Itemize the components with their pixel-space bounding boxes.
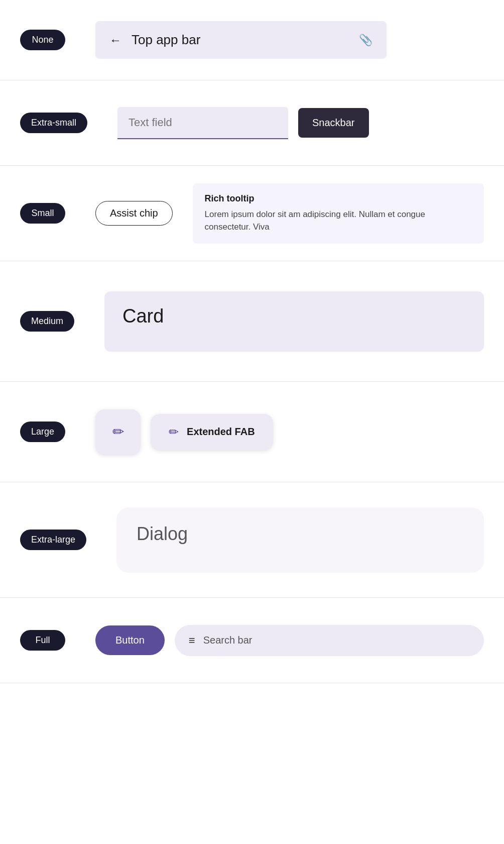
row-medium: Medium Card	[0, 261, 504, 382]
badge-extra-small: Extra-small	[20, 113, 87, 133]
row-large: Large ✏ ✏ Extended FAB	[0, 382, 504, 482]
text-field-input[interactable]	[117, 107, 288, 139]
content-small: Assist chip Rich tooltip Lorem ipsum dol…	[95, 183, 484, 244]
top-app-bar-title: Top app bar	[132, 32, 349, 48]
row-extra-large: Extra-large Dialog	[0, 482, 504, 598]
back-icon[interactable]: ←	[109, 33, 121, 47]
badge-none: None	[20, 30, 65, 50]
dialog[interactable]: Dialog	[116, 507, 484, 573]
fab-pencil-icon: ✏	[112, 424, 124, 440]
top-app-bar: ← Top app bar 📎	[95, 21, 387, 59]
row-full: Full Button ≡ Search bar	[0, 598, 504, 683]
rich-tooltip: Rich tooltip Lorem ipsum dolor sit am ad…	[193, 183, 484, 244]
row-small: Small Assist chip Rich tooltip Lorem ips…	[0, 166, 504, 261]
content-extra-small: Snackbar	[117, 107, 484, 139]
search-bar[interactable]: ≡ Search bar	[175, 625, 484, 656]
badge-large: Large	[20, 421, 65, 442]
card[interactable]: Card	[104, 291, 484, 352]
content-full: Button ≡ Search bar	[95, 625, 484, 656]
content-none: ← Top app bar 📎	[95, 21, 484, 59]
row-extra-small: Extra-small Snackbar	[0, 80, 504, 166]
badge-full: Full	[20, 630, 65, 651]
dialog-title: Dialog	[137, 523, 188, 544]
content-large: ✏ ✏ Extended FAB	[95, 409, 484, 455]
assist-chip-button[interactable]: Assist chip	[95, 201, 173, 226]
rich-tooltip-body: Lorem ipsum dolor sit am adipiscing elit…	[205, 208, 472, 234]
rich-tooltip-title: Rich tooltip	[205, 193, 472, 204]
filled-button[interactable]: Button	[95, 625, 165, 655]
search-bar-placeholder: Search bar	[203, 635, 253, 646]
menu-icon[interactable]: ≡	[189, 634, 195, 647]
content-medium: Card	[104, 291, 484, 352]
extended-fab-label: Extended FAB	[187, 426, 255, 438]
extended-fab-pencil-icon: ✏	[169, 425, 179, 439]
content-extra-large: Dialog	[116, 507, 484, 573]
badge-small: Small	[20, 203, 65, 224]
card-title: Card	[122, 305, 164, 327]
fab-button[interactable]: ✏	[95, 409, 141, 455]
snackbar: Snackbar	[298, 108, 369, 138]
attach-icon[interactable]: 📎	[359, 34, 372, 47]
extended-fab-button[interactable]: ✏ Extended FAB	[151, 414, 273, 450]
badge-extra-large: Extra-large	[20, 530, 86, 550]
badge-medium: Medium	[20, 311, 74, 332]
row-none: None ← Top app bar 📎	[0, 0, 504, 80]
